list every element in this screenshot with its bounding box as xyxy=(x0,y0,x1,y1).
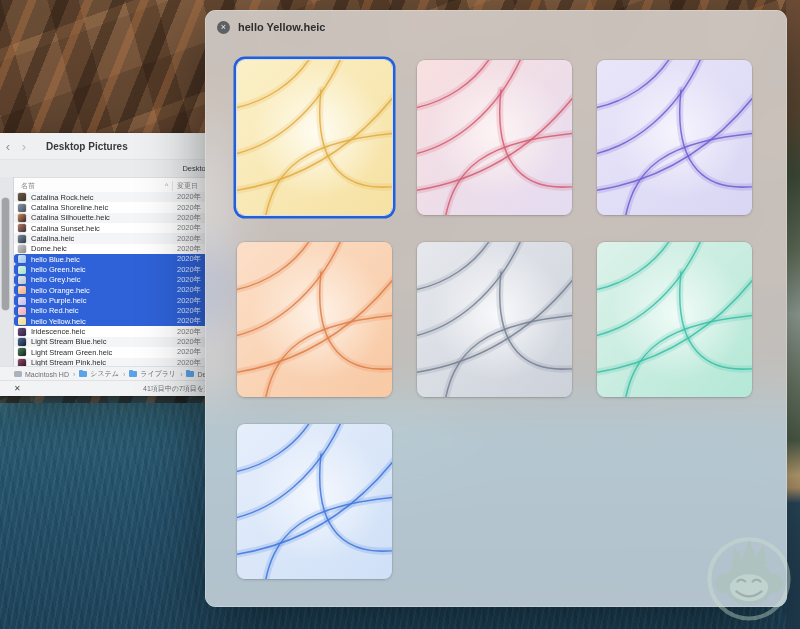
column-name-label: 名前 xyxy=(21,181,35,191)
folder-icon xyxy=(186,371,194,377)
back-button[interactable]: ‹ xyxy=(0,140,16,153)
hello-curves-art xyxy=(597,242,752,397)
file-name: hello Red.heic xyxy=(31,306,173,315)
file-name: Catalina Shoreline.heic xyxy=(31,203,173,212)
file-thumbnail-icon xyxy=(18,214,26,222)
file-thumbnail-icon xyxy=(18,224,26,232)
file-row[interactable]: Dome.heic 2020年 xyxy=(14,244,219,254)
file-name: hello Orange.heic xyxy=(31,286,173,295)
file-row[interactable]: hello Green.heic 2020年 xyxy=(14,264,219,274)
folder-icon xyxy=(129,371,137,377)
breadcrumb-item[interactable]: システム xyxy=(79,369,119,379)
file-row[interactable]: hello Purple.heic 2020年 xyxy=(14,295,219,305)
file-name: Dome.heic xyxy=(31,244,173,253)
breadcrumb-label: Macintosh HD xyxy=(25,371,69,378)
file-name: hello Blue.heic xyxy=(31,255,173,264)
folder-icon xyxy=(79,371,87,377)
file-list: Catalina Rock.heic 2020年 Catalina Shorel… xyxy=(14,192,219,368)
thumbnail-grid xyxy=(237,60,752,579)
breadcrumb-separator: › xyxy=(73,371,75,378)
hello-curves-art xyxy=(417,242,572,397)
finder-window: ‹ › Desktop Pictures Desktop P 名前 ^ 変更日 … xyxy=(0,133,219,396)
file-name: Light Stream Green.heic xyxy=(31,348,173,357)
finder-window-title: Desktop Pictures xyxy=(46,141,128,152)
file-thumbnail-icon xyxy=(18,193,26,201)
close-x-icon[interactable]: ✕ xyxy=(14,384,21,393)
file-name: hello Grey.heic xyxy=(31,275,173,284)
file-thumbnail-icon xyxy=(18,204,26,212)
scrollbar-thumb[interactable] xyxy=(2,198,9,310)
wallpaper-thumbnail[interactable] xyxy=(237,60,392,215)
file-name: Catalina Rock.heic xyxy=(31,193,173,202)
file-name: Catalina Silhouette.heic xyxy=(31,213,173,222)
file-thumbnail-icon xyxy=(18,255,26,263)
forward-button[interactable]: › xyxy=(16,140,32,153)
close-icon[interactable]: × xyxy=(217,21,230,34)
file-row[interactable]: Light Stream Blue.heic 2020年 xyxy=(14,337,219,347)
selection-count-label: 41項目中の7項目を選 xyxy=(143,384,211,394)
finder-toolbar: ‹ › Desktop Pictures xyxy=(0,133,219,160)
file-row[interactable]: hello Orange.heic 2020年 xyxy=(14,285,219,295)
desktop-right-edge xyxy=(786,0,800,629)
wallpaper-thumbnail[interactable] xyxy=(597,242,752,397)
wallpaper-thumbnail[interactable] xyxy=(237,242,392,397)
file-row[interactable]: Catalina Sunset.heic 2020年 xyxy=(14,223,219,233)
file-name: Catalina Sunset.heic xyxy=(31,224,173,233)
column-header-name[interactable]: 名前 ^ xyxy=(14,181,173,191)
file-thumbnail-icon xyxy=(18,348,26,356)
breadcrumb-item[interactable]: Macintosh HD xyxy=(14,371,69,378)
file-row[interactable]: Catalina.heic 2020年 xyxy=(14,233,219,243)
file-name: hello Purple.heic xyxy=(31,296,173,305)
file-name: Catalina.heic xyxy=(31,234,173,243)
breadcrumb-label: システム xyxy=(90,369,119,379)
file-thumbnail-icon xyxy=(18,328,26,336)
sort-ascending-icon: ^ xyxy=(165,182,168,189)
file-name: Iridescence.heic xyxy=(31,327,173,336)
file-name: Light Stream Blue.heic xyxy=(31,337,173,346)
file-thumbnail-icon xyxy=(18,245,26,253)
quicklook-panel: × hello Yellow.heic xyxy=(205,10,787,607)
breadcrumb-separator: › xyxy=(180,371,182,378)
breadcrumb-item[interactable]: ライブラリ xyxy=(129,369,176,379)
file-row[interactable]: Catalina Shoreline.heic 2020年 xyxy=(14,202,219,212)
quicklook-title: hello Yellow.heic xyxy=(238,21,325,33)
file-thumbnail-icon xyxy=(18,297,26,305)
wallpaper-thumbnail[interactable] xyxy=(237,424,392,579)
breadcrumb-label: ライブラリ xyxy=(140,369,176,379)
file-row[interactable]: hello Red.heic 2020年 xyxy=(14,306,219,316)
file-thumbnail-icon xyxy=(18,266,26,274)
file-thumbnail-icon xyxy=(18,235,26,243)
breadcrumb-separator: › xyxy=(123,371,125,378)
wallpaper-thumbnail[interactable] xyxy=(597,60,752,215)
file-row[interactable]: hello Blue.heic 2020年 xyxy=(14,254,219,264)
path-bar: Macintosh HD › システム › ライブラリ › Desktop Pi… xyxy=(0,366,219,381)
file-row[interactable]: Light Stream Green.heic 2020年 xyxy=(14,347,219,357)
file-row[interactable]: Iridescence.heic 2020年 xyxy=(14,326,219,336)
hello-curves-art xyxy=(237,424,392,579)
folder-icon xyxy=(14,371,22,377)
file-thumbnail-icon xyxy=(18,286,26,294)
hello-curves-art xyxy=(237,60,392,215)
file-name: hello Yellow.heic xyxy=(31,317,173,326)
file-name: hello Green.heic xyxy=(31,265,173,274)
file-thumbnail-icon xyxy=(18,338,26,346)
finder-subheader: Desktop P xyxy=(0,160,219,178)
file-thumbnail-icon xyxy=(18,276,26,284)
file-thumbnail-icon xyxy=(18,317,26,325)
file-row[interactable]: Catalina Rock.heic 2020年 xyxy=(14,192,219,202)
file-row[interactable]: Catalina Silhouette.heic 2020年 xyxy=(14,213,219,223)
file-thumbnail-icon xyxy=(18,307,26,315)
file-row[interactable]: hello Yellow.heic 2020年 xyxy=(14,316,219,326)
file-row[interactable]: hello Grey.heic 2020年 xyxy=(14,275,219,285)
hello-curves-art xyxy=(417,60,572,215)
wallpaper-thumbnail[interactable] xyxy=(417,60,572,215)
hello-curves-art xyxy=(237,242,392,397)
hello-curves-art xyxy=(597,60,752,215)
status-bar: ✕ 41項目中の7項目を選 xyxy=(0,380,219,396)
quicklook-header: × hello Yellow.heic xyxy=(205,10,787,44)
wallpaper-thumbnail[interactable] xyxy=(417,242,572,397)
